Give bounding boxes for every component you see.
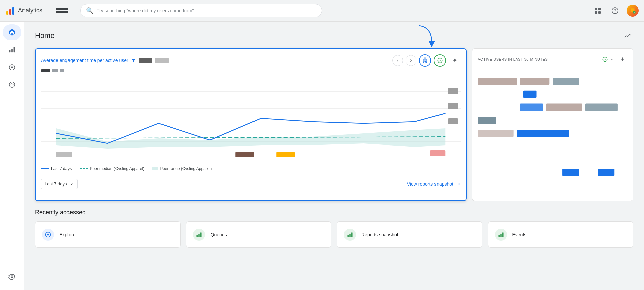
verify-button[interactable] [434, 54, 446, 67]
account-bar-bottom [56, 11, 68, 13]
svg-rect-64 [500, 234, 501, 237]
svg-rect-15 [13, 47, 15, 53]
svg-rect-13 [9, 50, 10, 52]
svg-rect-1 [9, 9, 11, 15]
svg-rect-57 [196, 235, 197, 237]
reports-card-icon [344, 229, 356, 241]
active-users-card: ACTIVE USERS IN LAST 30 MINUTES ✦ [472, 48, 633, 201]
queries-card-icon [193, 229, 205, 241]
user-avatar[interactable]: ✎ [627, 5, 639, 17]
settings-icon [8, 273, 16, 280]
legend-line-blue [41, 168, 49, 169]
chart-footer: Last 7 days View reports snapshot [36, 175, 466, 194]
topbar-divider [48, 5, 48, 16]
date-selector[interactable]: Last 7 days [41, 179, 78, 189]
check-circle-icon [602, 56, 608, 63]
legend-line-dashed [80, 168, 88, 169]
view-reports-link[interactable]: View reports snapshot [407, 181, 461, 187]
sparkle-button[interactable]: ✦ [449, 54, 461, 67]
access-card-explore[interactable]: Explore [35, 221, 181, 248]
svg-rect-59 [200, 232, 201, 237]
date-range-label: Last 7 days [45, 181, 67, 187]
svg-rect-39 [235, 152, 254, 157]
cards-row: Average engagement time per active user … [35, 48, 633, 201]
apps-grid-button[interactable] [592, 5, 604, 17]
sub-header [41, 69, 461, 72]
sidebar-item-advertising[interactable] [3, 77, 21, 93]
svg-rect-45 [553, 78, 579, 85]
help-icon: ? [611, 7, 619, 14]
access-card-events[interactable]: Events [488, 221, 634, 248]
sidebar-item-home[interactable] [3, 24, 21, 40]
sidebar-item-explore[interactable] [3, 59, 21, 75]
page-header: Home [35, 30, 633, 42]
svg-rect-63 [498, 235, 499, 237]
right-chart-area [478, 68, 628, 195]
chart-area: - - - [41, 75, 461, 162]
legend-item-3: Peer range (Cycling Apparel) [152, 166, 212, 171]
chart-title: Average engagement time per active user [41, 58, 128, 63]
sidebar-item-settings[interactable] [3, 268, 21, 285]
svg-rect-51 [478, 130, 514, 137]
active-users-title: ACTIVE USERS IN LAST 30 MINUTES [478, 57, 548, 61]
page-header-actions [621, 30, 633, 42]
sparkle-right-button[interactable]: ✦ [617, 54, 628, 65]
access-card-queries[interactable]: Queries [186, 221, 332, 248]
explore-label: Explore [59, 232, 75, 237]
page-title: Home [35, 31, 55, 40]
svg-point-56 [47, 234, 49, 236]
bar-chart-icon [196, 231, 202, 238]
check-icon [437, 57, 443, 64]
dropdown-icon [609, 57, 614, 62]
recently-accessed-grid: Explore Queries [35, 221, 633, 248]
svg-rect-14 [11, 49, 13, 52]
chart-legend: Last 7 days Peer median (Cycling Apparel… [36, 162, 466, 175]
bar-chart-svg [478, 68, 628, 195]
app-title: Analytics [18, 7, 42, 14]
topbar: Analytics 🔍 Try searching "where did my … [0, 0, 644, 22]
legend-pill-light [155, 58, 169, 63]
chart-dropdown-icon[interactable]: ▼ [131, 57, 136, 64]
sparkline-button[interactable] [621, 30, 633, 42]
sub-bar-1 [41, 69, 50, 72]
account-selector[interactable] [53, 6, 71, 15]
main-content: Home [24, 22, 644, 290]
search-bar[interactable]: 🔍 Try searching "where did my users come… [80, 4, 322, 17]
help-button[interactable]: ? [609, 5, 621, 17]
svg-rect-43 [478, 78, 517, 85]
svg-rect-4 [598, 8, 601, 10]
events-card-icon [495, 229, 507, 241]
check-dropdown[interactable] [602, 56, 614, 63]
svg-rect-58 [198, 234, 199, 237]
sidebar-item-reports[interactable] [3, 42, 21, 58]
line-chart-svg: - - - [41, 75, 461, 162]
svg-rect-33 [448, 88, 458, 94]
svg-point-17 [11, 66, 13, 68]
sub-bar-3 [60, 69, 64, 72]
benchmark-icon[interactable]: ★ [419, 54, 431, 67]
next-button[interactable]: › [406, 55, 416, 66]
svg-rect-35 [448, 118, 458, 124]
svg-text:?: ? [614, 9, 616, 13]
search-icon: 🔍 [86, 7, 93, 14]
reports-label: Reports snapshot [361, 232, 398, 237]
svg-rect-40 [276, 152, 295, 157]
main-layout: Home [0, 22, 644, 290]
topbar-right: ? ✎ [592, 5, 639, 17]
prev-button[interactable]: ‹ [392, 55, 403, 66]
svg-rect-60 [348, 235, 349, 237]
sub-header-bars [41, 69, 64, 72]
main-chart-card: Average engagement time per active user … [35, 48, 467, 201]
view-reports-label: View reports snapshot [407, 181, 453, 187]
svg-rect-6 [598, 11, 601, 14]
search-placeholder: Try searching "where did my users come f… [97, 8, 194, 13]
legend-label-3: Peer range (Cycling Apparel) [160, 166, 212, 171]
sub-bar-2 [52, 69, 58, 72]
home-icon [8, 29, 16, 36]
svg-rect-34 [448, 103, 458, 109]
legend-pill-dark [139, 58, 152, 63]
svg-rect-52 [517, 130, 569, 137]
access-card-reports[interactable]: Reports snapshot [337, 221, 482, 248]
right-card-header: ACTIVE USERS IN LAST 30 MINUTES ✦ [478, 54, 628, 65]
svg-rect-46 [523, 91, 537, 98]
